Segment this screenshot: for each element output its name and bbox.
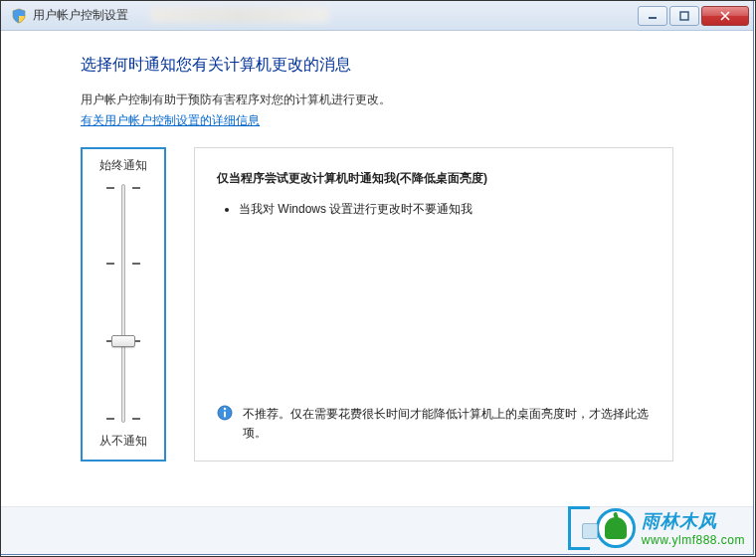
info-note-text: 不推荐。仅在需要花费很长时间才能降低计算机上的桌面亮度时，才选择此选项。 bbox=[243, 405, 651, 443]
window-title: 用户帐户控制设置 bbox=[33, 7, 128, 24]
svg-rect-3 bbox=[224, 411, 226, 417]
content-area: 选择何时通知您有关计算机更改的消息 用户帐户控制有助于预防有害程序对您的计算机进… bbox=[1, 31, 753, 508]
watermark: 雨林木风 www.ylmf888.com bbox=[568, 506, 745, 550]
slider-tick bbox=[106, 263, 114, 265]
window-controls bbox=[636, 6, 749, 26]
slider-top-label: 始终通知 bbox=[99, 157, 147, 174]
slider-tick bbox=[106, 187, 114, 189]
slider-track[interactable] bbox=[121, 184, 125, 423]
info-note-row: 不推荐。仅在需要花费很长时间才能降低计算机上的桌面亮度时，才选择此选项。 bbox=[217, 385, 651, 443]
notification-slider-box: 始终通知 从不通知 bbox=[81, 147, 166, 462]
maximize-button[interactable] bbox=[669, 6, 699, 26]
slider-tick bbox=[132, 263, 140, 265]
details-link[interactable]: 有关用户帐户控制设置的详细信息 bbox=[81, 113, 260, 127]
watermark-logo-icon bbox=[596, 508, 636, 548]
page-heading: 选择何时通知您有关计算机更改的消息 bbox=[81, 55, 673, 76]
minimize-button[interactable] bbox=[638, 6, 667, 26]
slider-track-wrap bbox=[121, 184, 125, 423]
watermark-bracket-icon bbox=[568, 506, 590, 550]
info-list: 当我对 Windows 设置进行更改时不要通知我 bbox=[217, 201, 651, 218]
main-row: 始终通知 从不通知 仅当程序尝试更改计算机时通知我(不降低桌面亮度) 当我对 W… bbox=[81, 147, 673, 462]
info-panel: 仅当程序尝试更改计算机时通知我(不降低桌面亮度) 当我对 Windows 设置进… bbox=[194, 147, 673, 462]
slider-tick bbox=[106, 418, 114, 420]
watermark-text: 雨林木风 www.ylmf888.com bbox=[642, 509, 745, 547]
titlebar-blur-decoration bbox=[150, 7, 329, 23]
slider-bottom-label: 从不通知 bbox=[99, 433, 147, 450]
watermark-brand: 雨林木风 bbox=[642, 509, 717, 533]
svg-rect-0 bbox=[649, 17, 657, 19]
svg-point-4 bbox=[224, 407, 226, 409]
uac-settings-window: 用户帐户控制设置 选择何时通知您有关计算机更改的消息 用户帐户控制有助于预防有害… bbox=[0, 0, 754, 555]
footer: 雨林木风 www.ylmf888.com bbox=[1, 506, 753, 554]
watermark-url: www.ylmf888.com bbox=[642, 533, 745, 547]
slider-thumb[interactable] bbox=[111, 335, 135, 347]
svg-rect-1 bbox=[680, 12, 688, 20]
shield-icon bbox=[11, 8, 27, 24]
info-title: 仅当程序尝试更改计算机时通知我(不降低桌面亮度) bbox=[217, 170, 651, 187]
slider-tick bbox=[132, 187, 140, 189]
close-button[interactable] bbox=[701, 6, 749, 26]
info-icon bbox=[217, 405, 233, 421]
slider-tick bbox=[132, 418, 140, 420]
page-description: 用户帐户控制有助于预防有害程序对您的计算机进行更改。 bbox=[81, 92, 673, 108]
info-bullet: 当我对 Windows 设置进行更改时不要通知我 bbox=[239, 201, 651, 218]
titlebar[interactable]: 用户帐户控制设置 bbox=[1, 1, 753, 31]
